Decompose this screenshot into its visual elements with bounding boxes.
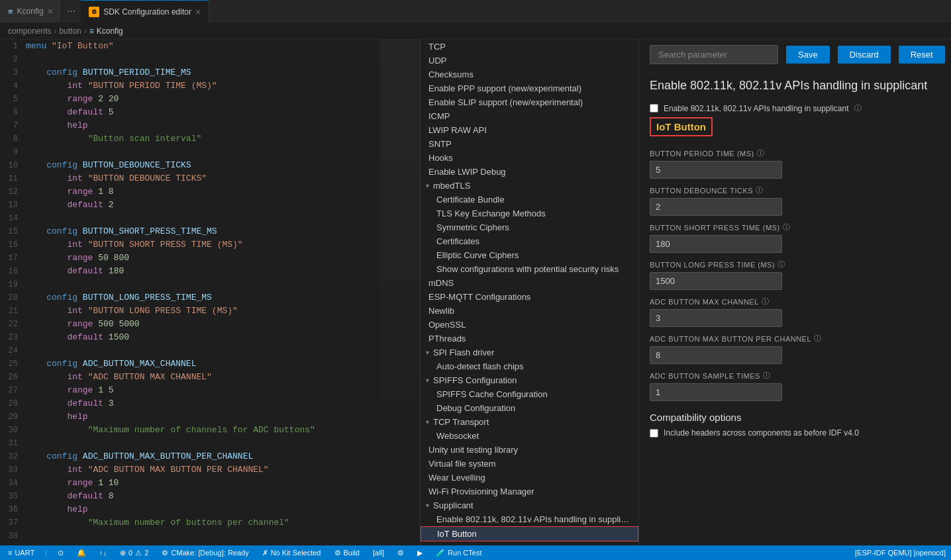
- breadcrumb-kconfig: Kconfig: [97, 26, 123, 36]
- sdk-nav-item[interactable]: Certificate Bundle: [421, 193, 638, 207]
- sdk-nav-item[interactable]: Elliptic Curve Ciphers: [421, 248, 638, 262]
- sdk-nav-item[interactable]: mDNS: [421, 276, 638, 290]
- status-run[interactable]: ▶: [415, 549, 425, 557]
- info-icon[interactable]: ⓘ: [762, 297, 770, 306]
- sdk-nav-item[interactable]: Checksums: [421, 68, 638, 81]
- nav-item-label: Virtual file system: [428, 459, 496, 469]
- sdk-nav-item[interactable]: Auto-detect flash chips: [421, 359, 638, 373]
- info-icon[interactable]: ⓘ: [756, 185, 764, 195]
- sdk-nav-item[interactable]: Wi-Fi Provisioning Manager: [421, 485, 638, 498]
- sdk-nav-item[interactable]: ICMP: [421, 109, 638, 123]
- status-bell[interactable]: 🔔: [74, 549, 89, 557]
- status-dot[interactable]: ⊙: [55, 549, 66, 557]
- sdk-nav-item[interactable]: SPIFFS Cache Configuration: [421, 387, 638, 401]
- config-field-input[interactable]: [650, 161, 782, 179]
- sdk-nav-item[interactable]: PThreads: [421, 332, 638, 346]
- editor-line-11: 11 int "BUTTON DEBOUNCE TICKS": [0, 172, 420, 185]
- config-field-input[interactable]: [650, 272, 782, 290]
- sdk-nav-item[interactable]: ▾Supplicant: [421, 498, 638, 512]
- line-number: 16: [0, 239, 23, 252]
- info-icon[interactable]: ⓘ: [763, 371, 771, 381]
- enable-checkbox[interactable]: [650, 104, 658, 113]
- line-number: 39: [0, 543, 23, 545]
- line-number: 7: [0, 120, 23, 132]
- nav-item-label: OpenSSL: [428, 320, 466, 330]
- editor-line-18: 18 default 180: [0, 265, 420, 278]
- sdk-nav-item[interactable]: Show configurations with potential secur…: [421, 262, 638, 276]
- sdk-nav-item[interactable]: SNTP: [421, 137, 638, 151]
- breadcrumb-button[interactable]: button: [59, 26, 81, 36]
- info-icon[interactable]: ⓘ: [757, 148, 765, 158]
- enable-info-icon[interactable]: ⓘ: [854, 103, 862, 113]
- tab-sdk-close[interactable]: ×: [195, 7, 201, 17]
- nav-item-label: Auto-detect flash chips: [436, 361, 524, 371]
- sdk-nav-item[interactable]: Hooks: [421, 151, 638, 165]
- sdk-nav-item[interactable]: IoT Button: [421, 526, 638, 541]
- nav-item-label: Certificate Bundle: [436, 195, 505, 205]
- nav-item-label: mDNS: [428, 278, 454, 288]
- sdk-nav-item[interactable]: ▾SPIFFS Configuration: [421, 373, 638, 387]
- line-number: 8: [0, 133, 23, 146]
- info-icon[interactable]: ⓘ: [783, 222, 791, 232]
- sdk-nav-item[interactable]: ▾mbedTLS: [421, 179, 638, 193]
- cmake-label: CMake: [Debug]: Ready: [171, 549, 248, 557]
- sdk-nav-item[interactable]: OpenSSL: [421, 318, 638, 332]
- config-field-input[interactable]: [650, 235, 782, 253]
- sdk-nav-item[interactable]: Enable PPP support (new/experimental): [421, 81, 638, 95]
- sdk-nav[interactable]: TCPUDPChecksumsEnable PPP support (new/e…: [421, 40, 639, 545]
- sdk-nav-item[interactable]: Symmetric Ciphers: [421, 220, 638, 234]
- tab-kconfig-close[interactable]: ×: [48, 6, 53, 17]
- config-field-input[interactable]: [650, 198, 782, 216]
- config-field-input[interactable]: [650, 309, 782, 327]
- sdk-nav-item[interactable]: TLS Key Exchange Methods: [421, 207, 638, 220]
- sdk-nav-item[interactable]: ▾TCP Transport: [421, 415, 638, 429]
- line-number: 14: [0, 212, 23, 225]
- status-settings[interactable]: ⚙: [395, 549, 407, 557]
- nav-item-label: TCP: [428, 42, 446, 52]
- config-field-input[interactable]: [650, 346, 782, 364]
- status-errors[interactable]: ⊗ 0 ⚠ 2: [117, 549, 151, 557]
- sdk-nav-item[interactable]: Virtual file system: [421, 457, 638, 471]
- status-all[interactable]: [all]: [370, 549, 387, 557]
- status-build[interactable]: ⚙ Build: [332, 549, 362, 557]
- sdk-nav-item[interactable]: Newlib: [421, 304, 638, 318]
- save-button[interactable]: Save: [786, 46, 830, 64]
- sdk-nav-item[interactable]: LWIP RAW API: [421, 123, 638, 137]
- tab-kconfig[interactable]: ≡ Kconfig ×: [0, 0, 62, 23]
- sdk-nav-item[interactable]: Wear Levelling: [421, 471, 638, 485]
- status-ctest[interactable]: 🧪 Run CTest: [433, 549, 484, 557]
- info-icon[interactable]: ⓘ: [814, 334, 822, 344]
- config-field-input[interactable]: [650, 383, 782, 401]
- sdk-nav-item[interactable]: Enable LWIP Debug: [421, 165, 638, 179]
- status-uart[interactable]: ≡ UART: [5, 549, 37, 557]
- reset-button[interactable]: Reset: [899, 46, 945, 64]
- editor-line-36: 36 help: [0, 503, 420, 516]
- status-arrows[interactable]: ↑↓: [97, 549, 109, 557]
- sdk-nav-item[interactable]: Debug Configuration: [421, 401, 638, 415]
- status-cmake[interactable]: ⚙ CMake: [Debug]: Ready: [159, 549, 251, 557]
- nav-item-label: Certificates: [436, 236, 479, 246]
- info-icon[interactable]: ⓘ: [777, 259, 785, 269]
- sdk-nav-item[interactable]: Unity unit testing library: [421, 443, 638, 457]
- line-number: 5: [0, 93, 23, 106]
- sdk-nav-item[interactable]: ▾SPI Flash driver: [421, 346, 638, 359]
- compat-checkbox[interactable]: [650, 429, 658, 438]
- sdk-nav-item[interactable]: Enable SLIP support (new/experimental): [421, 95, 638, 109]
- line-code: menu "IoT Button": [23, 40, 420, 52]
- editor-line-39: 39 config ADC_BUTTON_SAMPLE_TIMES: [0, 543, 420, 545]
- discard-button[interactable]: Discard: [838, 46, 891, 64]
- search-input[interactable]: [650, 45, 778, 64]
- line-number: 22: [0, 318, 23, 331]
- sdk-nav-item[interactable]: Websocket: [421, 429, 638, 443]
- sdk-nav-item[interactable]: ESP-MQTT Configurations: [421, 290, 638, 304]
- breadcrumb-components[interactable]: components: [8, 26, 51, 36]
- tab-more-button[interactable]: ···: [62, 0, 81, 23]
- sdk-nav-item[interactable]: Enable 802.11k, 802.11v APIs handling in…: [421, 512, 638, 526]
- editor-line-15: 15 config BUTTON_SHORT_PRESS_TIME_MS: [0, 225, 420, 238]
- tab-sdk[interactable]: ⚙ SDK Configuration editor ×: [81, 0, 209, 23]
- sdk-nav-item[interactable]: UDP: [421, 54, 638, 68]
- sdk-nav-item[interactable]: Certificates: [421, 234, 638, 248]
- line-number: 19: [0, 279, 23, 291]
- status-kit[interactable]: ✗ No Kit Selected: [260, 549, 324, 557]
- sdk-nav-item[interactable]: TCP: [421, 40, 638, 54]
